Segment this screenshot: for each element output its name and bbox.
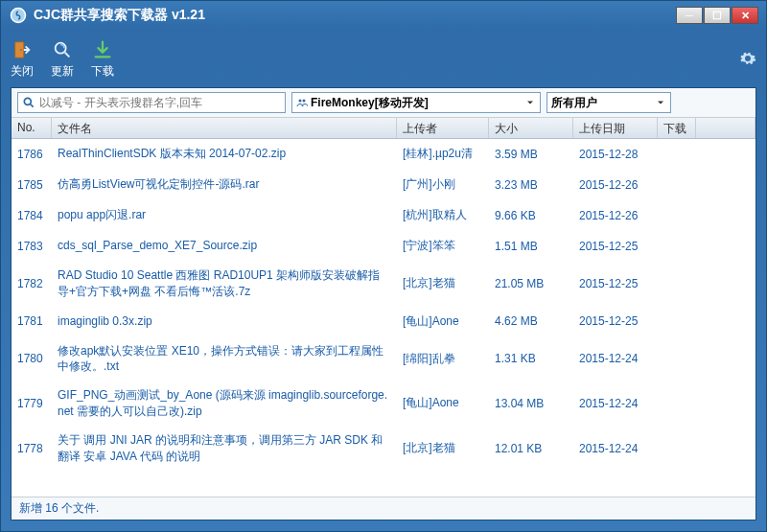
cell-no: 1781 — [12, 309, 52, 334]
table-row[interactable]: 1786RealThinClientSDK 版本未知 2014-07-02.zi… — [12, 139, 755, 170]
toolbar-close-button[interactable]: 关闭 — [11, 38, 34, 80]
toolbar-update-button[interactable]: 更新 — [51, 38, 74, 80]
cell-download — [658, 353, 696, 364]
table-row[interactable]: 1781imaginglib 0.3x.zip[龟山]Aone4.62 MB20… — [12, 307, 755, 337]
svg-rect-1 — [15, 41, 24, 58]
cell-uploader: [杭州]取精人 — [397, 201, 489, 229]
chevron-down-icon — [524, 97, 536, 108]
cell-download — [658, 278, 696, 289]
cell-filename: RealThinClientSDK 版本未知 2014-07-02.zip — [52, 140, 397, 168]
col-header-size[interactable]: 大小 — [489, 118, 573, 138]
cell-size: 21.05 MB — [489, 271, 573, 296]
settings-button[interactable] — [739, 50, 756, 67]
status-bar: 新增 16 个文件. — [12, 497, 755, 520]
minimize-button[interactable]: ─ — [676, 7, 703, 24]
titlebar[interactable]: CJC群共享搜索下载器 v1.21 ─ ☐ ✕ — [1, 1, 766, 30]
cell-filename: cds_sql_Parse_demo_XE7_Source.zip — [52, 232, 397, 260]
col-header-name[interactable]: 文件名 — [52, 118, 397, 138]
cell-filename: 关于 调用 JNI JAR 的说明和注意事项，调用第三方 JAR SDK 和 翻… — [52, 427, 397, 471]
close-button[interactable]: ✕ — [732, 7, 758, 24]
user-combo[interactable]: 所有用户 — [546, 92, 671, 113]
cell-date: 2015-12-25 — [573, 309, 658, 334]
table-row[interactable]: 1780修改apk默认安装位置 XE10，操作方式错误：请大家到工程属性中修改。… — [12, 337, 755, 382]
grid-body[interactable]: 1786RealThinClientSDK 版本未知 2014-07-02.zi… — [12, 139, 755, 497]
content-panel: FireMonkey[移动开发] 所有用户 No. 文件名 上传者 大小 上传日… — [11, 87, 756, 520]
svg-point-2 — [20, 49, 22, 51]
cell-date: 2015-12-24 — [573, 391, 658, 416]
cell-size: 1.51 MB — [489, 234, 573, 259]
cell-download — [658, 443, 696, 454]
cell-download — [658, 210, 696, 221]
group-combo[interactable]: FireMonkey[移动开发] — [291, 92, 541, 113]
cell-size: 3.59 MB — [489, 142, 573, 167]
search-box[interactable] — [17, 92, 286, 113]
cell-no: 1783 — [12, 234, 52, 259]
cell-uploader: [宁波]笨笨 — [397, 232, 489, 260]
col-header-date[interactable]: 上传日期 — [573, 118, 658, 138]
toolbar-download-label: 下载 — [91, 63, 114, 80]
group-icon — [296, 97, 308, 108]
cell-size: 12.01 KB — [489, 436, 573, 461]
cell-date: 2015-12-26 — [573, 173, 658, 197]
door-exit-icon — [11, 38, 34, 61]
cell-date: 2015-12-25 — [573, 234, 658, 259]
toolbar-download-button[interactable]: 下载 — [91, 38, 114, 80]
table-row[interactable]: 1778关于 调用 JNI JAR 的说明和注意事项，调用第三方 JAR SDK… — [12, 427, 755, 472]
cell-filename: RAD Studio 10 Seattle 西雅图 RAD10UP1 架构师版安… — [52, 262, 397, 306]
cell-no: 1785 — [12, 173, 52, 197]
cell-date: 2015-12-25 — [573, 271, 658, 296]
cell-download — [658, 149, 696, 160]
cell-uploader: [北京]老猫 — [397, 434, 489, 462]
cell-size: 3.23 MB — [489, 173, 573, 197]
search-input[interactable] — [39, 96, 281, 109]
table-row[interactable]: 1784popu app闪退.rar[杭州]取精人9.66 KB2015-12-… — [12, 200, 755, 231]
cell-date: 2015-12-28 — [573, 142, 658, 167]
app-icon — [9, 6, 28, 25]
cell-date: 2015-12-24 — [573, 436, 658, 461]
cell-uploader: [北京]老猫 — [397, 269, 489, 297]
col-header-uploader[interactable]: 上传者 — [397, 118, 489, 138]
search-refresh-icon — [51, 38, 74, 61]
download-icon — [91, 38, 114, 61]
window-title: CJC群共享搜索下载器 v1.21 — [34, 7, 205, 24]
cell-uploader: [龟山]Aone — [397, 308, 489, 335]
cell-size: 13.04 MB — [489, 391, 573, 416]
toolbar-close-label: 关闭 — [11, 63, 34, 80]
window-controls: ─ ☐ ✕ — [675, 7, 758, 24]
cell-no: 1786 — [12, 142, 52, 167]
cell-no: 1778 — [12, 436, 52, 461]
svg-point-5 — [299, 100, 302, 103]
grid-header: No. 文件名 上传者 大小 上传日期 下载 — [12, 118, 755, 139]
table-row[interactable]: 1783cds_sql_Parse_demo_XE7_Source.zip[宁波… — [12, 231, 755, 262]
user-combo-value: 所有用户 — [551, 95, 597, 111]
cell-date: 2015-12-24 — [573, 346, 658, 371]
cell-download — [658, 241, 696, 252]
cell-date: 2015-12-26 — [573, 203, 658, 228]
cell-size: 4.62 MB — [489, 309, 573, 334]
col-header-end — [696, 118, 755, 138]
table-row[interactable]: 1785仿高勇ListView可视化定制控件-源码.rar[广州]小刚3.23 … — [12, 170, 755, 200]
cell-filename: 仿高勇ListView可视化定制控件-源码.rar — [52, 171, 397, 198]
svg-point-3 — [56, 42, 66, 53]
cell-size: 1.31 KB — [489, 346, 573, 371]
cell-no: 1779 — [12, 391, 52, 416]
cell-no: 1782 — [12, 271, 52, 296]
maximize-button[interactable]: ☐ — [704, 7, 731, 24]
cell-uploader: [龟山]Aone — [397, 389, 489, 417]
table-row[interactable]: 1782RAD Studio 10 Seattle 西雅图 RAD10UP1 架… — [12, 262, 755, 307]
cell-download — [658, 315, 696, 327]
cell-download — [658, 398, 696, 409]
cell-uploader: [桂林].µp2u清 — [397, 140, 489, 168]
svg-point-4 — [24, 98, 31, 104]
cell-filename: GIF_PNG_动画测试_by_Aone (源码来源 imaginglib.so… — [52, 382, 397, 426]
toolbar: 关闭 更新 下载 — [1, 30, 766, 87]
cell-filename: imaginglib 0.3x.zip — [52, 308, 397, 335]
table-row[interactable]: 1779GIF_PNG_动画测试_by_Aone (源码来源 imagingli… — [12, 382, 755, 427]
cell-size: 9.66 KB — [489, 203, 573, 228]
file-grid: No. 文件名 上传者 大小 上传日期 下载 1786RealThinClien… — [12, 118, 755, 497]
col-header-download[interactable]: 下载 — [658, 118, 696, 138]
cell-no: 1784 — [12, 203, 52, 228]
cell-uploader: [绵阳]乱拳 — [397, 345, 489, 373]
filter-row: FireMonkey[移动开发] 所有用户 — [12, 88, 755, 118]
col-header-no[interactable]: No. — [12, 118, 52, 138]
